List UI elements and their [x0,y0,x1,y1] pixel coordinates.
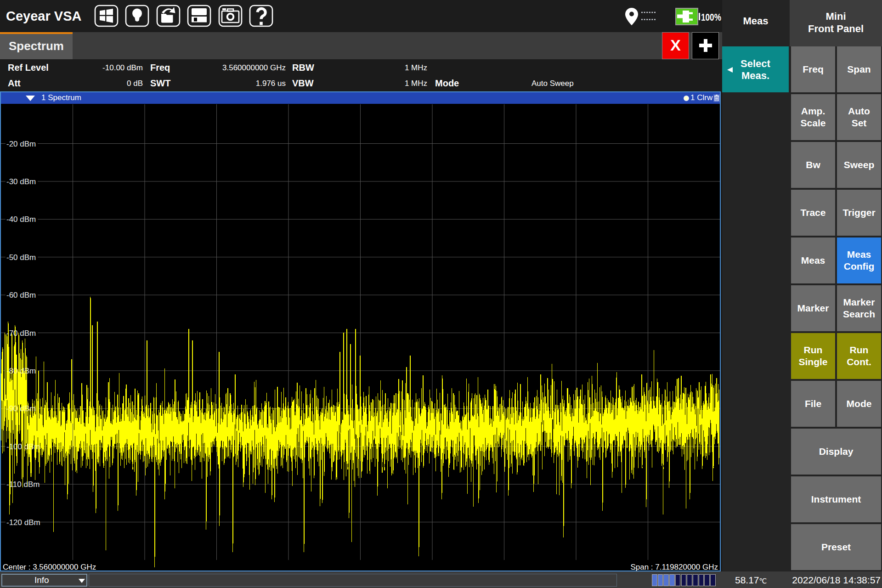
svg-text:Span : 7.119820000 GHz: Span : 7.119820000 GHz [630,563,718,571]
svg-text:-80 dBm: -80 dBm [6,367,36,375]
svg-text:-30 dBm: -30 dBm [6,177,36,186]
svg-text:-40 dBm: -40 dBm [6,215,36,224]
svg-text:-20 dBm: -20 dBm [6,140,36,148]
svg-text:-50 dBm: -50 dBm [6,253,36,262]
svg-text:-100 dBm: -100 dBm [6,442,40,451]
svg-text:Center : 3.560000000 GHz: Center : 3.560000000 GHz [3,563,96,571]
svg-text:-120 dBm: -120 dBm [6,518,40,527]
svg-text:-90 dBm: -90 dBm [6,404,36,413]
svg-text:-70 dBm: -70 dBm [6,329,36,338]
svg-text:-60 dBm: -60 dBm [6,291,36,300]
svg-text:-110 dBm: -110 dBm [6,480,40,489]
